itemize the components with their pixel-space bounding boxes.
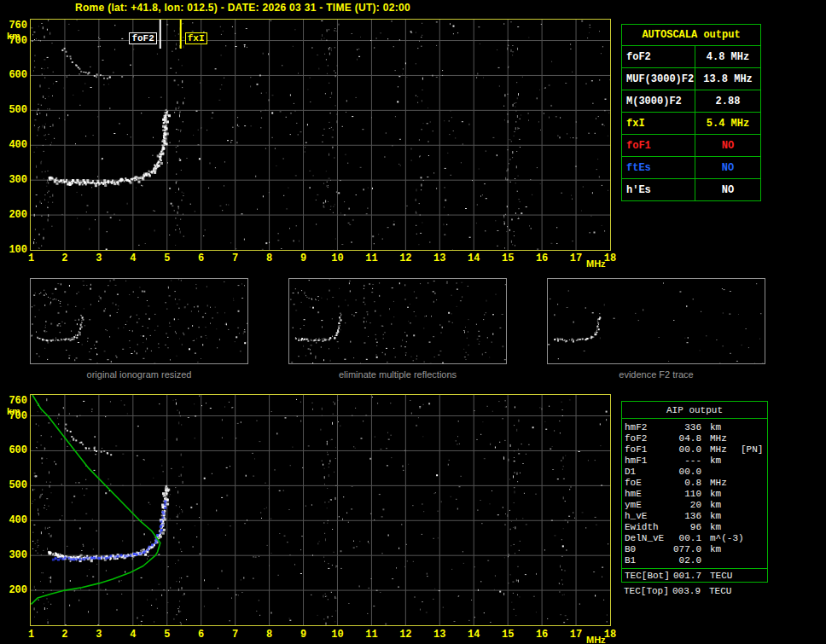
x-tick-label: 17 (565, 629, 587, 641)
y-tick-label: 300 (3, 549, 27, 561)
param-cell: DelN_vE (625, 533, 672, 544)
thumbnail-evidence-f2 (547, 278, 765, 364)
x-tick-label: 7 (224, 629, 247, 641)
unit-cell: km (701, 422, 737, 433)
param-cell: ftEs (622, 157, 695, 178)
note-cell (737, 500, 765, 511)
x-tick-label: 15 (497, 252, 519, 264)
x-tick-label: 11 (360, 252, 382, 264)
y-tick-label: 400 (3, 514, 27, 526)
x-tick-label: 12 (394, 252, 416, 264)
y-tick-label: 760 (3, 20, 27, 32)
value-cell: 00.0 (672, 467, 701, 478)
param-cell: h'Es (622, 179, 695, 200)
x-tick-label: 14 (462, 629, 485, 641)
autoscala-table-row: foF24.8 MHz (622, 45, 760, 67)
param-cell: D1 (625, 467, 672, 478)
x-tick-label: 18 (599, 629, 621, 641)
autoscala-table-row: h'EsNO (622, 178, 760, 200)
aip-output-table: AIP outputhmF2336kmfoF204.8MHzfoF100.0MH… (621, 401, 768, 583)
unit-cell: TECU (701, 586, 736, 597)
note-cell (737, 455, 765, 467)
note-cell (737, 555, 765, 566)
bottom-ionogram-echoes (31, 395, 610, 625)
aip-table-row: ymE20km (622, 500, 767, 511)
param-cell: B1 (625, 555, 672, 566)
autoscala-table-row: ftEsNO (622, 156, 760, 178)
value-cell: 00.0 (672, 444, 701, 455)
note-cell (737, 478, 765, 489)
x-tick-label: 16 (531, 629, 553, 641)
param-cell: h_vE (625, 511, 672, 522)
param-cell: hmE (625, 489, 672, 500)
x-tick-label: 13 (428, 629, 451, 641)
param-cell: MUF(3000)F2 (622, 68, 695, 90)
x-tick-label: 2 (54, 252, 76, 264)
aip-table-row: B102.0 (622, 555, 767, 566)
y-tick-label: 760 (3, 395, 27, 407)
unit-cell (701, 467, 737, 478)
top-ionogram-plot: foF2fxI (30, 19, 611, 251)
value-cell: 136 (672, 511, 701, 522)
x-tick-label: 18 (599, 252, 621, 264)
value-cell: 077.0 (672, 544, 701, 555)
x-tick-label: 9 (293, 252, 315, 264)
autoscala-table-row: fxI5.4 MHz (622, 112, 760, 134)
thumbnail-original-ionogram (30, 278, 248, 364)
aip-table-row: B0077.0km (622, 544, 767, 555)
thumbnail-caption-eliminate: eliminate multiple reflections (288, 369, 507, 380)
thumbnail-caption-original: original ionogram resized (30, 369, 248, 380)
aip-table-row: D100.0 (622, 467, 767, 478)
x-tick-label: 5 (156, 252, 178, 264)
aip-table-row: hmF1---km (622, 455, 767, 467)
note-cell (737, 511, 765, 522)
x-tick-label: 13 (428, 252, 451, 264)
aip-table-row: hmF2336km (622, 422, 767, 433)
value-cell: --- (672, 455, 701, 467)
value-cell: 00.1 (672, 533, 701, 544)
marker-label-fof2: foF2 (129, 32, 156, 44)
autoscala-table-row: M(3000)F22.88 (622, 90, 760, 112)
param-cell: foF2 (622, 46, 695, 67)
param-cell: hmF1 (625, 455, 672, 467)
unit-cell: km (701, 522, 737, 533)
x-tick-label: 14 (462, 252, 485, 264)
thumbnail-caption-evidence: evidence F2 trace (547, 369, 765, 380)
thumbnail-eliminate-canvas (289, 279, 506, 363)
aip-table-row: foF100.0MHz[PN] (622, 444, 767, 455)
note-cell (737, 533, 765, 544)
param-cell: TEC[Bot] (625, 571, 672, 582)
unit-cell: km (701, 489, 737, 500)
x-tick-label: 2 (54, 629, 76, 641)
x-tick-label: 10 (326, 629, 348, 641)
aip-table-row: foF204.8MHz (622, 433, 767, 444)
unit-cell: TECU (701, 571, 737, 582)
y-tick-label: 200 (3, 209, 27, 221)
thumbnail-eliminate-reflections (288, 278, 507, 364)
aip-table-title: AIP output (622, 402, 767, 419)
value-cell: 336 (672, 422, 701, 433)
param-cell: fxI (622, 113, 695, 134)
autoscala-table-row: foF1NO (622, 134, 760, 156)
aip-table-row: foE0.8MHz (622, 478, 767, 489)
note-cell (737, 467, 765, 478)
x-tick-label: 7 (224, 252, 247, 264)
y-tick-label: 700 (3, 410, 27, 422)
value-cell: 4.8 MHz (695, 46, 760, 67)
thumbnail-evidence-canvas (548, 279, 765, 363)
aip-table-row: TEC[Bot]001.7TECU (622, 571, 767, 582)
x-tick-label: 3 (88, 252, 110, 264)
autoscala-table-row: MUF(3000)F213.8 MHz (622, 67, 760, 90)
x-tick-label: 15 (497, 629, 519, 641)
value-cell: 0.8 (672, 478, 701, 489)
aip-table-row: DelN_vE00.1m^(-3) (622, 533, 767, 544)
param-cell: Ewidth (625, 522, 672, 533)
aip-table-row: hmE110km (622, 489, 767, 500)
x-tick-label: 17 (565, 252, 587, 264)
thumbnail-original-canvas (31, 279, 247, 363)
x-tick-label: 1 (20, 252, 43, 264)
value-cell: NO (695, 135, 760, 156)
value-cell: NO (695, 157, 760, 178)
autoscala-output-table: AUTOSCALA outputfoF24.8 MHzMUF(3000)F213… (621, 24, 761, 201)
x-tick-label: 4 (122, 252, 144, 264)
